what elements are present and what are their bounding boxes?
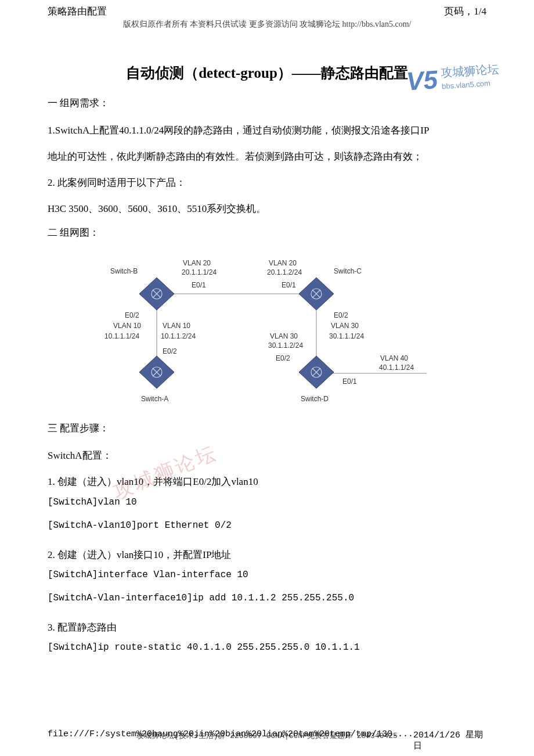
body-text: H3C 3500、3600、5600、3610、5510系列交换机。 [48, 197, 486, 220]
page-title: 自动侦测（detect-group）——静态路由配置 [48, 63, 486, 82]
diagram-label: E0/1 [282, 281, 296, 289]
diagram-label-switch-a: Switch-A [141, 395, 168, 403]
diagram-label: E0/2 [163, 347, 177, 355]
copyright-line: 版权归原作者所有 本资料只供试读 更多资源访问 攻城狮论坛 http://bbs… [48, 19, 486, 30]
diagram-label: VLAN 30 [331, 322, 359, 330]
code-line: [SwitchA]interface Vlan-interface 10 [48, 570, 486, 580]
body-text: SwitchA配置： [48, 444, 486, 467]
diagram-label: VLAN 40 [380, 354, 408, 362]
diagram-label: 10.1.1.1/24 [104, 332, 139, 340]
body-text: 1.SwitchA上配置40.1.1.0/24网段的静态路由，通过自动侦测功能，… [48, 119, 486, 142]
diagram-label: 10.1.1.2/24 [161, 332, 196, 340]
diagram-label: VLAN 10 [113, 322, 141, 330]
footer-file-path: file:///F:/system%20haung%20jin%20bian%2… [48, 729, 413, 751]
body-text: 1. 创建（进入）vlan10，并将端口E0/2加入vlan10 [48, 470, 486, 493]
code-line: [SwitchA-Vlan-interface10]ip add 10.1.1.… [48, 593, 486, 603]
diagram-label: 30.1.1.1/24 [329, 332, 364, 340]
diagram-label: 20.1.1.2/24 [267, 268, 302, 276]
diagram-label: VLAN 20 [269, 259, 297, 267]
diagram-label: E0/1 [342, 377, 357, 386]
section-1-heading: 一 组网需求： [48, 96, 486, 110]
page-number: 页码，1/4 [444, 5, 486, 18]
body-text: 3. 配置静态路由 [48, 616, 486, 639]
diagram-label-switch-c: Switch-C [334, 267, 362, 275]
diagram-label: VLAN 30 [270, 332, 298, 340]
diagram-label: E0/1 [192, 281, 206, 289]
diagram-label: 30.1.1.2/24 [268, 341, 303, 350]
body-text: 2. 创建（进入）vlan接口10，并配置IP地址 [48, 543, 486, 566]
body-text: 2. 此案例同时适用于以下产品： [48, 171, 486, 194]
diagram-label-switch-d: Switch-D [301, 395, 329, 403]
footer-date: 2014/1/26 星期日 [413, 729, 486, 751]
code-line: [SwitchA-vlan10]port Ethernet 0/2 [48, 520, 486, 531]
diagram-label: E0/2 [334, 311, 348, 319]
diagram-label: 20.1.1.1/24 [182, 268, 217, 276]
diagram-label: VLAN 10 [163, 322, 190, 330]
code-line: [SwitchA]ip route-static 40.1.1.0 255.25… [48, 642, 486, 653]
diagram-label: VLAN 20 [183, 259, 211, 267]
code-line: [SwitchA]vlan 10 [48, 497, 486, 507]
doc-header-left: 策略路由配置 [48, 5, 107, 18]
diagram-label: 40.1.1.1/24 [379, 363, 414, 372]
network-diagram: Switch-B Switch-C Switch-A Switch-D VLAN… [102, 249, 432, 411]
diagram-label: E0/2 [125, 311, 139, 319]
section-2-heading: 二 组网图： [48, 226, 486, 239]
body-text: 地址的可达性，依此判断静态路由的有效性。若侦测到路由可达，则该静态路由有效； [48, 145, 486, 168]
diagram-label: E0/2 [276, 354, 290, 362]
section-3-heading: 三 配置步骤： [48, 422, 486, 435]
diagram-label-switch-b: Switch-B [110, 267, 138, 275]
